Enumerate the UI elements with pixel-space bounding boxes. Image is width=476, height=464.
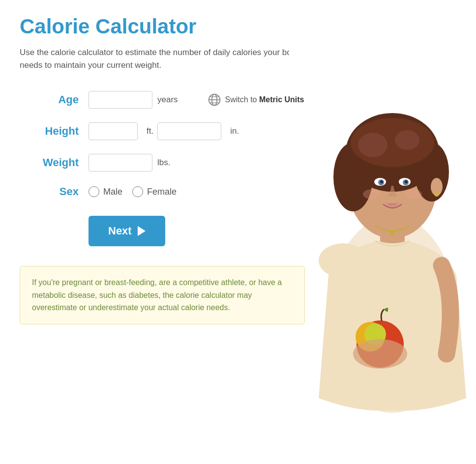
weight-label: Weight (20, 156, 79, 169)
height-in-input[interactable] (157, 122, 221, 140)
calculator-form: Age years Switch to Metric Units Height (20, 91, 456, 246)
weight-unit: lbs. (157, 158, 170, 168)
next-button[interactable]: Next (89, 216, 165, 246)
sex-label: Sex (20, 185, 79, 198)
height-row: Height ft. in. (20, 122, 456, 140)
weight-input[interactable] (89, 154, 152, 172)
height-input-group: ft. in. (89, 122, 239, 140)
sex-male-radio[interactable] (89, 186, 99, 197)
switch-units-text: Switch to Metric Units (225, 95, 304, 104)
next-arrow-icon (138, 226, 146, 236)
sex-female-label: Female (147, 187, 177, 197)
height-ft-unit: ft. (147, 126, 153, 136)
age-label: Age (20, 93, 79, 106)
next-button-label: Next (108, 225, 132, 237)
age-input-group: years Switch to Metric Units (89, 91, 304, 109)
age-input[interactable] (89, 91, 152, 109)
age-row: Age years Switch to Metric Units (20, 91, 456, 109)
sex-female-option[interactable]: Female (132, 186, 177, 197)
svg-point-29 (353, 339, 407, 369)
svg-point-30 (319, 243, 368, 278)
notice-text: If you're pregnant or breast-feeding, ar… (32, 276, 293, 314)
sex-female-radio[interactable] (132, 186, 143, 197)
sex-male-option[interactable]: Male (89, 186, 122, 197)
age-unit: years (157, 95, 178, 105)
page-subtitle: Use the calorie calculator to estimate t… (20, 46, 325, 71)
height-in-unit: in. (230, 126, 239, 136)
notice-box: If you're pregnant or breast-feeding, ar… (20, 266, 305, 324)
switch-units-button[interactable]: Switch to Metric Units (208, 93, 304, 107)
sex-radio-group: Male Female (89, 186, 177, 197)
weight-row: Weight lbs. (20, 154, 456, 172)
sex-male-label: Male (103, 187, 122, 197)
sex-row: Sex Male Female (20, 185, 456, 198)
height-ft-input[interactable] (89, 122, 138, 140)
globe-icon (208, 93, 221, 107)
height-label: Height (20, 125, 79, 138)
